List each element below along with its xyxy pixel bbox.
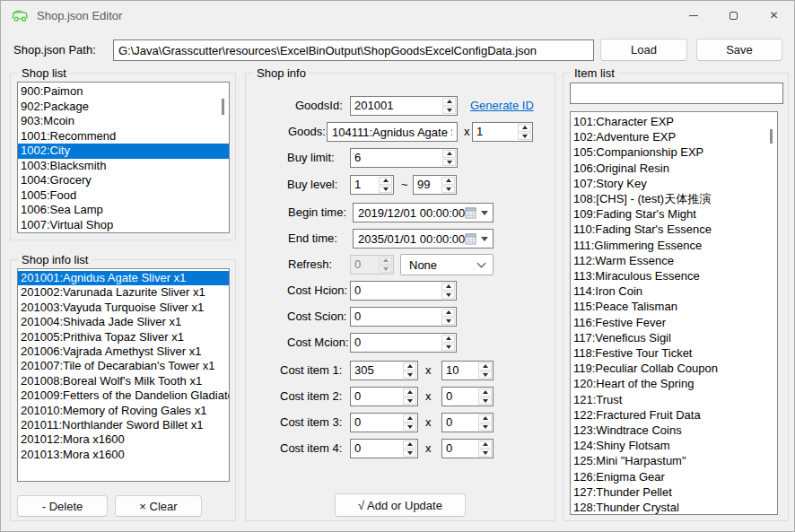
clear-button[interactable]: × Clear [115, 495, 202, 517]
list-item[interactable]: 1001:Recommend [18, 129, 229, 144]
refresh-mode-select[interactable]: None [400, 254, 494, 275]
list-item[interactable]: 201007:Tile of Decarabian's Tower x1 [18, 359, 229, 373]
list-item[interactable]: 903:Mcoin [18, 114, 229, 129]
list-item[interactable]: 201009:Fetters of the Dandelion Gladiato… [18, 388, 229, 403]
goods-count-spinner[interactable]: 1 [472, 122, 533, 142]
delete-button[interactable]: - Delete [17, 495, 108, 517]
list-item[interactable]: 114:Iron Coin [571, 283, 777, 299]
shop-list-listbox[interactable]: 900:Paimon902:Package903:Mcoin1001:Recom… [17, 82, 230, 233]
spin-up-icon[interactable] [478, 362, 492, 371]
item-list-listbox[interactable]: 101:Character EXP102:Adventure EXP105:Co… [570, 111, 778, 515]
list-item[interactable]: 1005:Food [18, 188, 229, 204]
list-item[interactable]: 201001:Agnidus Agate Sliver x1 [18, 271, 229, 285]
list-item[interactable]: 201005:Prithiva Topaz Sliver x1 [18, 330, 229, 344]
list-item[interactable]: 121:Trust [571, 392, 777, 407]
shop-info-list-listbox[interactable]: 201001:Agnidus Agate Sliver x1201002:Var… [17, 268, 230, 482]
list-item[interactable]: 101:Character EXP [571, 114, 777, 129]
begin-time-picker[interactable]: 2019/12/01 00:00:00 [353, 203, 494, 222]
spin-up-icon[interactable] [518, 124, 531, 132]
spin-down-icon[interactable] [478, 423, 492, 432]
cost-item-1-id-spinner[interactable]: 305 [350, 361, 418, 380]
list-item[interactable]: 201003:Vayuda Turquoise Sliver x1 [18, 301, 229, 315]
spin-up-icon[interactable] [441, 335, 455, 343]
spin-up-icon[interactable] [478, 440, 492, 449]
path-input[interactable] [113, 39, 594, 61]
spin-down-icon[interactable] [441, 318, 455, 326]
list-item[interactable]: 1004:Grocery [18, 173, 229, 188]
spin-down-icon[interactable] [441, 186, 455, 194]
list-item[interactable]: 109:Fading Star's Might [571, 206, 777, 222]
spin-up-icon[interactable] [478, 414, 492, 423]
dropdown-arrow-icon[interactable] [481, 237, 488, 241]
list-item[interactable]: 201010:Memory of Roving Gales x1 [18, 404, 229, 418]
list-item[interactable]: 115:Peace Talisman [571, 299, 777, 314]
spin-down-icon[interactable] [442, 159, 456, 167]
list-item[interactable]: 125:Mini "Harpastum" [571, 453, 777, 468]
list-item[interactable]: 120:Heart of the Spring [571, 376, 777, 391]
list-item[interactable]: 201013:Mora x1600 [18, 448, 229, 462]
cost-item-3-count-spinner[interactable]: 0 [441, 413, 494, 432]
spin-down-icon[interactable] [442, 107, 456, 115]
list-item[interactable]: 1006:Sea Lamp [18, 203, 229, 218]
buy-level-min-spinner[interactable]: 1 [350, 175, 394, 195]
spin-down-icon[interactable] [403, 371, 416, 379]
list-item[interactable]: 1002:City [18, 144, 229, 159]
generate-id-link[interactable]: Generate ID [470, 96, 534, 116]
spin-down-icon[interactable] [478, 449, 492, 458]
list-item[interactable]: 201008:Boreal Wolf's Milk Tooth x1 [18, 374, 229, 388]
list-item[interactable]: 128:Thunder Crystal [571, 500, 777, 515]
dropdown-arrow-icon[interactable] [481, 211, 488, 215]
spin-down-icon[interactable] [441, 292, 455, 300]
cost-item-4-id-spinner[interactable]: 0 [350, 439, 418, 458]
spin-down-icon[interactable] [478, 397, 492, 406]
item-filter-input[interactable] [570, 83, 783, 104]
spin-down-icon[interactable] [441, 344, 455, 352]
list-item[interactable]: 1007:Virtual Shop [18, 218, 229, 233]
spin-up-icon[interactable] [442, 98, 456, 106]
shop-list-scrollbar-thumb[interactable] [222, 99, 224, 115]
list-item[interactable]: 127:Thunder Pellet [571, 484, 777, 500]
list-item[interactable]: 105:Companionship EXP [571, 144, 777, 160]
spin-down-icon[interactable] [379, 186, 392, 194]
cost-item-2-count-spinner[interactable]: 0 [441, 387, 494, 406]
list-item[interactable]: 112:Warm Essence [571, 253, 777, 268]
list-item[interactable]: 117:Veneficus Sigil [571, 330, 777, 345]
list-item[interactable]: 900:Paimon [18, 84, 229, 100]
spin-up-icon[interactable] [442, 150, 456, 158]
item-list-scrollbar-thumb[interactable] [770, 129, 773, 144]
spin-down-icon[interactable] [403, 423, 416, 432]
list-item[interactable]: 1003:Blacksmith [18, 159, 229, 174]
list-item[interactable]: 122:Fractured Fruit Data [571, 407, 777, 423]
cost-item-2-id-spinner[interactable]: 0 [350, 387, 418, 406]
load-button[interactable]: Load [600, 39, 687, 61]
list-item[interactable]: 201004:Shivada Jade Sliver x1 [18, 315, 229, 329]
list-item[interactable]: 110:Fading Star's Essence [571, 222, 777, 237]
list-item[interactable]: 107:Story Key [571, 176, 777, 191]
list-item[interactable]: 902:Package [18, 100, 229, 115]
list-item[interactable]: 126:Enigma Gear [571, 469, 777, 484]
cost-item-4-count-spinner[interactable]: 0 [441, 439, 494, 458]
spin-down-icon[interactable] [518, 133, 531, 141]
spin-up-icon[interactable] [441, 309, 455, 317]
cost-item-1-count-spinner[interactable]: 10 [441, 361, 494, 380]
goods-input[interactable] [327, 122, 458, 142]
save-button[interactable]: Save [696, 39, 782, 61]
spin-up-icon[interactable] [403, 414, 416, 423]
spin-down-icon[interactable] [403, 449, 416, 458]
buy-limit-spinner[interactable]: 6 [350, 148, 458, 168]
list-item[interactable]: 119:Peculiar Collab Coupon [571, 361, 777, 376]
list-item[interactable]: 118:Festive Tour Ticket [571, 345, 777, 361]
buy-level-max-spinner[interactable]: 99 [413, 175, 457, 195]
spin-up-icon[interactable] [379, 177, 392, 185]
list-item[interactable]: 124:Shiny Flotsam [571, 438, 777, 453]
spin-down-icon[interactable] [403, 397, 416, 406]
list-item[interactable]: 108:[CHS] - (test)天体推演 [571, 191, 777, 206]
cost-mcion-spinner[interactable]: 0 [350, 333, 457, 353]
list-item[interactable]: 201011:Northlander Sword Billet x1 [18, 418, 229, 432]
list-item[interactable]: 201012:Mora x1600 [18, 432, 229, 447]
end-time-picker[interactable]: 2035/01/01 00:00:00 [353, 229, 494, 249]
list-item[interactable]: 113:Miraculous Essence [571, 268, 777, 283]
list-item[interactable]: 123:Windtrace Coins [571, 423, 777, 438]
spin-up-icon[interactable] [441, 283, 455, 291]
cost-item-3-id-spinner[interactable]: 0 [350, 413, 418, 432]
